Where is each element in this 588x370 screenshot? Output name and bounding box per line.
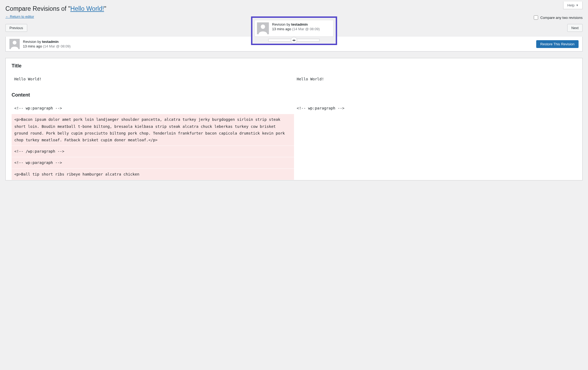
tooltip-time-ago: 13 mins ago	[272, 27, 292, 31]
arrow-left-icon: ←	[5, 15, 9, 19]
tooltip-datetime: (14 Mar @ 08:09)	[292, 27, 320, 31]
diff-cell-left: <p>Ball tip short ribs ribeye hamburger …	[12, 169, 294, 180]
chevron-down-icon: ▼	[576, 4, 579, 7]
tooltip-prefix: Revision by	[272, 22, 291, 26]
content-heading: Content	[12, 92, 576, 98]
title-left: Hello World!	[12, 74, 294, 85]
diff-cell-right	[294, 114, 576, 146]
content-diff-table: <!-- wp:paragraph --><!-- wp:paragraph -…	[12, 103, 576, 180]
avatar	[9, 39, 20, 49]
diff-cell-left: <!-- /wp:paragraph -->	[12, 146, 294, 157]
avatar	[257, 22, 269, 34]
table-row: Hello World! Hello World!	[12, 74, 576, 85]
slider-segment-right	[294, 39, 320, 42]
return-to-editor-link[interactable]: ← Return to editor	[5, 15, 34, 19]
compare-any-checkbox[interactable]	[534, 15, 538, 20]
diff-cell-right: <!-- wp:paragraph -->	[294, 103, 576, 114]
title-heading: Title	[12, 63, 576, 69]
slider-handle[interactable]: ◀▶	[291, 37, 297, 43]
diff-cell-right	[294, 157, 576, 169]
post-title-link[interactable]: Hello World!	[70, 5, 104, 12]
tooltip-author: testadmin	[291, 22, 308, 26]
title-suffix: "	[104, 5, 106, 12]
slider-segment-left	[268, 39, 294, 42]
table-row: <!-- wp:paragraph --><!-- wp:paragraph -…	[12, 103, 576, 114]
page-title: Compare Revisions of "Hello World!"	[5, 3, 583, 13]
revision-slider[interactable]: ◀▶	[268, 39, 320, 42]
meta-datetime: (14 Mar @ 08:09)	[43, 44, 70, 48]
compare-any-wrapper: Compare any two revisions	[534, 15, 583, 20]
restore-button[interactable]: Restore This Revision	[536, 40, 579, 48]
revision-slider-highlight: Revision by testadmin 13 mins ago (14 Ma…	[251, 16, 337, 45]
help-tab[interactable]: Help ▼	[563, 2, 583, 9]
diff-cell-left: <!-- wp:paragraph -->	[12, 157, 294, 169]
next-button[interactable]: Next	[567, 24, 583, 32]
svg-point-3	[13, 41, 16, 44]
svg-point-1	[261, 25, 265, 29]
meta-prefix: Revision by	[23, 40, 42, 44]
help-label: Help	[567, 3, 575, 7]
table-row: <!-- /wp:paragraph -->	[12, 146, 576, 157]
diff-cell-left: <p>Bacon ipsum dolor amet pork loin land…	[12, 114, 294, 146]
previous-button[interactable]: Previous	[5, 24, 27, 32]
table-row: <p>Ball tip short ribs ribeye hamburger …	[12, 169, 576, 180]
table-row: <!-- wp:paragraph -->	[12, 157, 576, 169]
title-diff-table: Hello World! Hello World!	[12, 74, 576, 85]
meta-time-ago: 13 mins ago	[23, 44, 43, 48]
title-right: Hello World!	[294, 74, 576, 85]
diff-cell-right	[294, 169, 576, 180]
diff-panel: Title Hello World! Hello World! Content …	[5, 58, 583, 180]
compare-any-label: Compare any two revisions	[540, 16, 583, 20]
table-row: <p>Bacon ipsum dolor amet pork loin land…	[12, 114, 576, 146]
revision-tooltip: Revision by testadmin 13 mins ago (14 Ma…	[255, 20, 334, 37]
meta-author: testadmin	[42, 40, 59, 44]
title-prefix: Compare Revisions of "	[5, 5, 70, 12]
return-text: Return to editor	[9, 15, 34, 19]
tooltip-text: Revision by testadmin 13 mins ago (14 Ma…	[272, 22, 320, 34]
diff-cell-right	[294, 146, 576, 157]
meta-text: Revision by testadmin 13 mins ago (14 Ma…	[23, 40, 71, 48]
diff-cell-left: <!-- wp:paragraph -->	[12, 103, 294, 114]
